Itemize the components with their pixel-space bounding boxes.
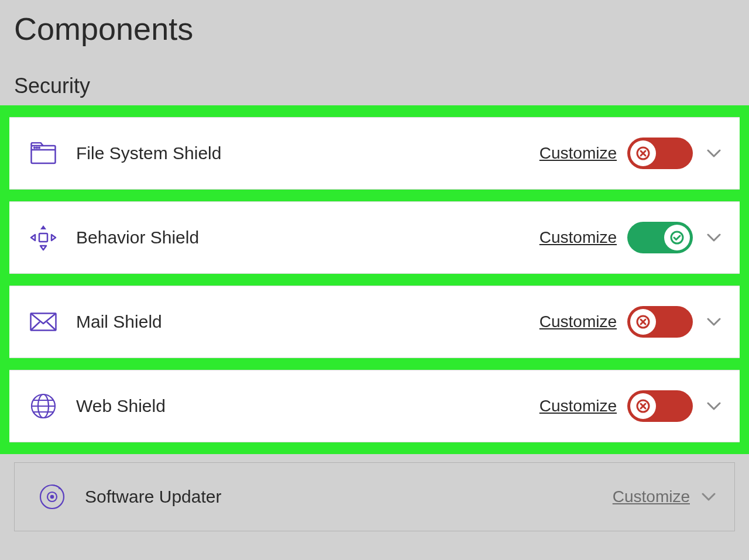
globe-icon bbox=[29, 392, 57, 420]
page-title: Components bbox=[0, 0, 749, 47]
expand-chevron-web-shield[interactable] bbox=[706, 398, 722, 414]
chevron-down-icon bbox=[707, 233, 721, 242]
svg-point-4 bbox=[39, 147, 40, 149]
chevron-down-icon bbox=[702, 493, 716, 501]
customize-link-mail-shield[interactable]: Customize bbox=[540, 312, 617, 331]
svg-point-3 bbox=[36, 147, 37, 149]
customize-link-behavior-shield[interactable]: Customize bbox=[540, 228, 617, 247]
customize-link-software-updater[interactable]: Customize bbox=[613, 487, 690, 506]
svg-point-2 bbox=[34, 147, 35, 149]
component-label: File System Shield bbox=[57, 143, 540, 163]
component-row-software-updater: Software Updater Customize bbox=[14, 462, 735, 531]
component-label: Mail Shield bbox=[57, 312, 540, 332]
expand-chevron-software-updater[interactable] bbox=[700, 489, 717, 505]
chevron-down-icon bbox=[707, 149, 721, 157]
toggle-mail-shield[interactable] bbox=[627, 306, 693, 338]
component-row-behavior-shield: Behavior Shield Customize bbox=[9, 201, 740, 274]
folder-icon bbox=[29, 139, 57, 167]
expand-chevron-behavior-shield[interactable] bbox=[706, 229, 722, 246]
component-row-mail-shield: Mail Shield Customize bbox=[9, 286, 740, 358]
toggle-knob bbox=[664, 225, 690, 250]
x-icon bbox=[636, 315, 650, 329]
svg-point-16 bbox=[51, 496, 53, 498]
toggle-file-system-shield[interactable] bbox=[627, 138, 693, 169]
x-icon bbox=[636, 146, 650, 160]
customize-link-web-shield[interactable]: Customize bbox=[540, 397, 617, 415]
customize-link-file-system-shield[interactable]: Customize bbox=[540, 144, 617, 163]
component-row-web-shield: Web Shield Customize bbox=[9, 370, 740, 442]
component-label: Software Updater bbox=[66, 487, 613, 507]
component-label: Web Shield bbox=[57, 396, 540, 416]
chevron-down-icon bbox=[707, 318, 721, 326]
expand-chevron-file-system-shield[interactable] bbox=[706, 145, 722, 162]
toggle-web-shield[interactable] bbox=[627, 390, 693, 422]
move-icon bbox=[29, 224, 57, 252]
section-title-security: Security bbox=[0, 47, 749, 105]
disc-icon bbox=[38, 483, 66, 511]
security-components-group: File System Shield Customize bbox=[0, 105, 749, 454]
component-label: Behavior Shield bbox=[57, 228, 540, 248]
svg-rect-6 bbox=[39, 233, 47, 242]
chevron-down-icon bbox=[707, 402, 721, 410]
toggle-knob bbox=[630, 393, 656, 419]
expand-chevron-mail-shield[interactable] bbox=[706, 314, 722, 330]
toggle-behavior-shield[interactable] bbox=[627, 222, 693, 253]
check-icon bbox=[670, 231, 684, 245]
toggle-knob bbox=[630, 140, 656, 166]
x-icon bbox=[636, 399, 650, 413]
toggle-knob bbox=[630, 309, 656, 335]
mail-icon bbox=[29, 308, 57, 336]
component-row-file-system-shield: File System Shield Customize bbox=[9, 117, 740, 190]
